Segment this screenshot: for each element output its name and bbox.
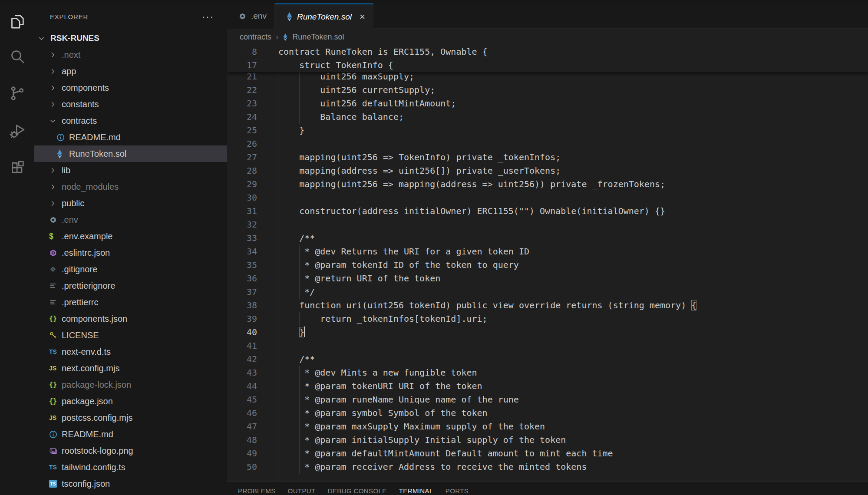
tree-folder-public[interactable]: public	[34, 195, 227, 211]
code-line-36[interactable]: 36 * @return URI of the token	[227, 272, 868, 285]
code-line-29[interactable]: 29 mapping(uint256 => mapping(address =>…	[227, 178, 868, 191]
tree-folder-app[interactable]: app	[34, 63, 227, 79]
chevron-right-icon[interactable]	[49, 200, 61, 207]
breadcrumb-file[interactable]: RuneToken.sol	[292, 33, 344, 42]
tree-file-.prettierignore[interactable]: .prettierignore	[34, 277, 227, 294]
panel-tab-output[interactable]: OUTPUT	[282, 487, 322, 495]
editor-tab-RuneToken.sol[interactable]: RuneToken.sol×	[275, 3, 373, 29]
code-text: * @param tokenId ID of the token to quer…	[278, 258, 519, 272]
code-line-48[interactable]: 48 * @param initialSupply Initial supply…	[227, 433, 868, 447]
code-line-43[interactable]: 43 * @dev Mints a new fungible token	[227, 366, 868, 380]
code-line-32[interactable]: 32	[227, 218, 868, 231]
chevron-right-icon[interactable]	[49, 51, 61, 59]
code-line-22[interactable]: 22 uint256 currentSupply;	[227, 83, 868, 97]
sticky-line-17[interactable]: 17 struct TokenInfo {	[227, 59, 868, 72]
code-line-45[interactable]: 45 * @param runeName Unique name of the …	[227, 393, 868, 406]
editor-group: .envRuneToken.sol× contracts › RuneToken…	[227, 3, 868, 495]
tree-file-.env[interactable]: .env	[34, 211, 227, 228]
code-text: * @return URI of the token	[278, 272, 440, 285]
info-icon	[56, 133, 68, 142]
activity-source-control-button[interactable]	[0, 82, 34, 106]
code-line-49[interactable]: 49 * @param defaultMintAmount Default am…	[227, 447, 868, 460]
editor-tab-.env[interactable]: .env	[227, 3, 275, 29]
tree-file-package-lock.json[interactable]: {}package-lock.json	[34, 376, 227, 393]
code-line-24[interactable]: 24 Balance balance;	[227, 110, 868, 124]
code-line-40[interactable]: 40 }	[227, 326, 868, 339]
code-line-31[interactable]: 31 constructor(address initialOwner) ERC…	[227, 205, 868, 218]
code-line-25[interactable]: 25 }	[227, 124, 868, 137]
chevron-right-icon[interactable]	[49, 101, 61, 108]
tree-file-README.md[interactable]: README.md	[34, 129, 227, 145]
indent-guide	[278, 70, 278, 481]
code-line-42[interactable]: 42 /**	[227, 353, 868, 366]
tree-folder-lib[interactable]: lib	[34, 162, 227, 178]
panel-tab-debug-console[interactable]: DEBUG CONSOLE	[322, 487, 393, 495]
code-line-34[interactable]: 34 * @dev Returns the URI for a given to…	[227, 245, 868, 258]
close-icon[interactable]: ×	[360, 12, 365, 22]
panel-tab-problems[interactable]: PROBLEMS	[232, 487, 282, 495]
code-line-41[interactable]: 41	[227, 339, 868, 353]
tree-file-rootstock-logo.png[interactable]: rootstock-logo.png	[34, 442, 227, 459]
chevron-down-icon[interactable]	[49, 117, 61, 125]
tree-folder-components[interactable]: components	[34, 79, 227, 96]
chevron-right-icon[interactable]	[49, 68, 61, 75]
chevron-right-icon[interactable]	[49, 84, 61, 92]
tree-file-components.json[interactable]: {}components.json	[34, 310, 227, 327]
tree-folder-node_modules[interactable]: node_modules	[34, 178, 227, 195]
tree-file-README.md[interactable]: README.md	[34, 426, 227, 442]
js-icon: JS	[49, 365, 61, 372]
code-line-50[interactable]: 50 * @param receiver Address to receive …	[227, 460, 868, 474]
ts-badge-icon: TS	[49, 480, 61, 488]
activity-extensions-button[interactable]	[0, 157, 34, 181]
activity-explorer-button[interactable]	[0, 10, 34, 35]
dollar-icon: $	[49, 232, 61, 241]
code-line-38[interactable]: 38 function uri(uint256 tokenId) public …	[227, 299, 868, 312]
code-line-27[interactable]: 27 mapping(uint256 => TokenInfo) private…	[227, 151, 868, 164]
tree-folder-RSK-RUNES[interactable]: RSK-RUNES	[34, 30, 227, 46]
tree-file-.eslintrc.json[interactable]: .eslintrc.json	[34, 244, 227, 261]
tree-file-tsconfig.json[interactable]: TStsconfig.json	[34, 475, 227, 492]
activity-search-button[interactable]	[0, 45, 34, 69]
code-text: uint256 defaultMintAmount;	[278, 97, 456, 110]
panel-tab-terminal[interactable]: TERMINAL	[393, 487, 439, 495]
tree-item-label: .next	[62, 50, 80, 60]
tree-file-next.config.mjs[interactable]: JSnext.config.mjs	[34, 360, 227, 376]
breadcrumb-folder[interactable]: contracts	[240, 33, 271, 42]
tree-folder-constants[interactable]: constants	[34, 96, 227, 112]
code-line-33[interactable]: 33 /**	[227, 231, 868, 245]
gear-icon	[49, 216, 61, 224]
code-line-44[interactable]: 44 * @param tokenURI URI of the token	[227, 380, 868, 393]
tree-item-label: .prettierignore	[62, 281, 115, 291]
tree-folder-.next[interactable]: .next	[34, 46, 227, 63]
chevron-down-icon[interactable]	[38, 35, 50, 42]
code-editor[interactable]: 21 uint256 maxSupply;22 uint256 currentS…	[227, 45, 868, 481]
code-line-30[interactable]: 30	[227, 191, 868, 205]
activity-run-and-debug-button[interactable]	[0, 120, 34, 144]
sticky-line-8[interactable]: 8contract RuneToken is ERC1155, Ownable …	[227, 45, 868, 59]
tree-file-.env.example[interactable]: $.env.example	[34, 228, 227, 244]
code-line-47[interactable]: 47 * @param maxSupply Maximum supply of …	[227, 420, 868, 433]
code-line-26[interactable]: 26	[227, 137, 868, 151]
code-text: constructor(address initialOwner) ERC115…	[278, 205, 665, 218]
tree-file-tailwind.config.ts[interactable]: TStailwind.config.ts	[34, 459, 227, 475]
tree-file-RuneToken.sol[interactable]: RuneToken.sol	[34, 145, 227, 162]
more-actions-icon[interactable]: ···	[202, 15, 214, 19]
code-line-46[interactable]: 46 * @param symbol Symbol of the token	[227, 406, 868, 420]
tree-file-.prettierrc[interactable]: .prettierrc	[34, 294, 227, 310]
tree-file-.gitignore[interactable]: .gitignore	[34, 261, 227, 277]
panel-tab-ports[interactable]: PORTS	[439, 487, 475, 495]
tree-file-LICENSE[interactable]: LICENSE	[34, 327, 227, 343]
code-line-28[interactable]: 28 mapping(address => uint256[]) private…	[227, 164, 868, 178]
code-line-37[interactable]: 37 */	[227, 285, 868, 299]
tree-item-label: public	[62, 198, 84, 208]
chevron-right-icon[interactable]	[49, 167, 61, 174]
tree-file-package.json[interactable]: {}package.json	[34, 393, 227, 409]
search-icon	[9, 48, 26, 67]
code-line-39[interactable]: 39 return _tokenInfos[tokenId].uri;	[227, 312, 868, 326]
tree-file-postcss.config.mjs[interactable]: JSpostcss.config.mjs	[34, 409, 227, 426]
code-line-23[interactable]: 23 uint256 defaultMintAmount;	[227, 97, 868, 110]
tree-folder-contracts[interactable]: contracts	[34, 112, 227, 129]
code-line-35[interactable]: 35 * @param tokenId ID of the token to q…	[227, 258, 868, 272]
chevron-right-icon[interactable]	[49, 183, 61, 191]
tree-file-next-env.d.ts[interactable]: TSnext-env.d.ts	[34, 343, 227, 360]
